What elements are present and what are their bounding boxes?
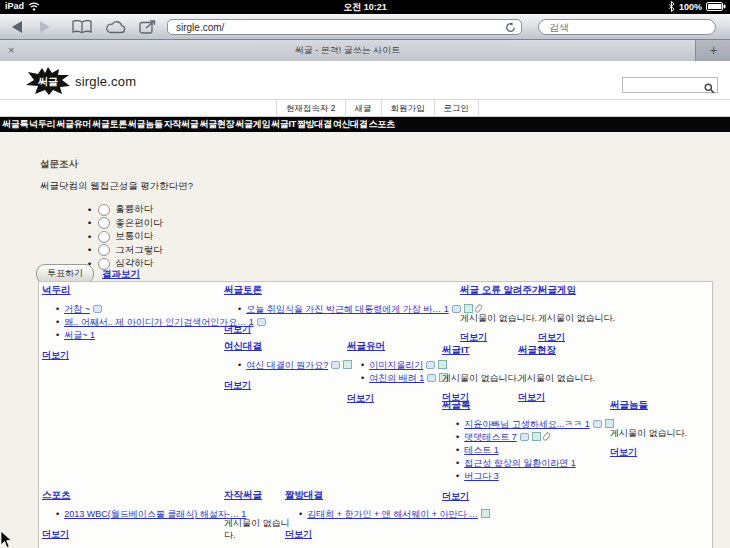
board-item: •2013 WBC(월드베이스볼 클래식) 해설자-… 1 bbox=[56, 508, 232, 521]
forward-button[interactable] bbox=[40, 18, 50, 35]
comment-icon bbox=[93, 305, 102, 313]
menu-item[interactable]: 써글게임 bbox=[235, 117, 270, 132]
post-link[interactable]: 여친의 배려 1 bbox=[369, 373, 424, 383]
search-icon[interactable] bbox=[704, 80, 715, 98]
comment-icon bbox=[520, 433, 529, 441]
browser-toolbar: sirgle.com/ bbox=[0, 14, 730, 40]
post-link[interactable]: 거참 ~ bbox=[64, 304, 90, 314]
post-link[interactable]: 김태희 + 한가인 + 앤 해서웨이 + 아만다 … bbox=[307, 509, 478, 519]
radio-button[interactable] bbox=[98, 244, 110, 256]
post-link[interactable]: 2013 WBC(월드베이스볼 클래식) 해설자-… 1 bbox=[64, 509, 246, 519]
board-item: •김태희 + 한가인 + 앤 해서웨이 + 아만다 … bbox=[299, 508, 475, 521]
utility-nav: 현재접속자 2새글회원가입로그인 bbox=[0, 100, 730, 117]
board-item: •테스트 1 bbox=[456, 444, 622, 457]
refresh-icon[interactable] bbox=[505, 22, 516, 38]
option-label: 그저그렇다 bbox=[115, 244, 163, 257]
list-bullet: • bbox=[56, 509, 59, 519]
nav-link[interactable]: 새글 bbox=[345, 100, 381, 116]
board-item: •써글~ 1 bbox=[56, 329, 232, 342]
board-title-link[interactable]: 써글톡 bbox=[442, 399, 471, 412]
address-bar[interactable]: sirgle.com/ bbox=[167, 19, 522, 35]
comment-icon bbox=[426, 361, 435, 369]
results-link[interactable]: 결과보기 bbox=[102, 268, 140, 281]
more-link[interactable]: 더보기 bbox=[610, 446, 637, 459]
radio-button[interactable] bbox=[98, 231, 110, 243]
board-title-link[interactable]: 스포츠 bbox=[42, 489, 71, 502]
board-title-link[interactable]: 써글토론 bbox=[224, 284, 262, 297]
post-link[interactable]: 버그다 3 bbox=[464, 471, 499, 481]
share-icon[interactable] bbox=[139, 18, 158, 35]
board-title-link[interactable]: 써글게임 bbox=[538, 284, 576, 297]
menu-item[interactable]: 짤방대결 bbox=[297, 117, 332, 132]
status-bar: iPad 오전 10:21 100% bbox=[0, 0, 730, 14]
board-item: •여신 대결이 뭔가요? bbox=[238, 359, 359, 372]
board-item: •오늘 취임식을 가진 박근혜 대통령에게 가장 바… 1 bbox=[238, 303, 466, 316]
more-link[interactable]: 더보기 bbox=[42, 528, 69, 541]
tab-sirgle[interactable]: × 써글 - 본격! 글쓰는 사이트 bbox=[0, 40, 696, 61]
back-button[interactable] bbox=[12, 18, 22, 35]
list-bullet: • bbox=[456, 432, 459, 442]
board-title-link[interactable]: 써글유머 bbox=[347, 340, 385, 353]
board-item: •버그다 3 bbox=[456, 470, 622, 483]
empty-board-text: 게시물이 없습니다. bbox=[518, 372, 608, 384]
board-widget: 넉두리•거참 ~•왜.. 어째서.. 제 아이디가 인기검색어인가요… 1•써글… bbox=[42, 284, 232, 362]
board-widget: 자작써글게시물이 없습니다.더보기 bbox=[224, 489, 294, 548]
menu-item[interactable]: 여신대결 bbox=[333, 117, 368, 132]
board-title-link[interactable]: 써글놈들 bbox=[610, 399, 648, 412]
comment-icon bbox=[331, 361, 340, 369]
radio-button[interactable] bbox=[98, 217, 110, 229]
menu-item[interactable]: 써글톡 bbox=[2, 117, 28, 132]
post-link[interactable]: 댓댓테스트 7 bbox=[464, 432, 517, 442]
board-title-link[interactable]: 써글현장 bbox=[518, 344, 556, 357]
board-item: •댓댓테스트 7 bbox=[456, 431, 622, 444]
logo-domain-text: sirgle.com bbox=[75, 74, 136, 89]
post-link[interactable]: 써글~ 1 bbox=[64, 330, 95, 340]
radio-button[interactable] bbox=[98, 204, 110, 216]
new-tab-button[interactable]: + bbox=[697, 40, 730, 61]
more-link[interactable]: 더보기 bbox=[285, 528, 312, 541]
nav-link[interactable]: 회원가입 bbox=[381, 100, 434, 116]
menu-item[interactable]: 써글현장 bbox=[199, 117, 234, 132]
survey-title: 설문조사 bbox=[40, 158, 78, 171]
nav-link[interactable]: 로그인 bbox=[434, 100, 480, 116]
board-title-link[interactable]: 여신대결 bbox=[224, 340, 262, 353]
menu-item[interactable]: 넉두리 bbox=[29, 117, 55, 132]
browser-search-input[interactable] bbox=[538, 19, 716, 35]
list-bullet: • bbox=[238, 360, 241, 370]
list-bullet: • bbox=[299, 509, 302, 519]
board-title-link[interactable]: 넉두리 bbox=[42, 284, 71, 297]
icloud-tabs-icon[interactable] bbox=[105, 18, 127, 35]
list-bullet: • bbox=[456, 445, 459, 455]
menu-item[interactable]: 써글IT bbox=[271, 117, 296, 132]
more-link[interactable]: 더보기 bbox=[460, 331, 487, 344]
survey-question: 써글닷컴의 웹접근성을 평가한다면? bbox=[40, 180, 193, 193]
board-title-link[interactable]: 써글 오류 알려주기 bbox=[460, 284, 541, 297]
list-bullet: • bbox=[456, 471, 459, 481]
post-link[interactable]: 이미지올리기 bbox=[369, 360, 423, 370]
more-link[interactable]: 더보기 bbox=[538, 331, 565, 344]
post-link[interactable]: 테스트 1 bbox=[464, 445, 499, 455]
menu-item[interactable]: 써글유머 bbox=[56, 117, 91, 132]
more-link[interactable]: 더보기 bbox=[224, 323, 251, 336]
board-title-link[interactable]: 써글IT bbox=[442, 344, 469, 357]
more-link[interactable]: 더보기 bbox=[42, 349, 69, 362]
post-link[interactable]: 여신 대결이 뭔가요? bbox=[246, 360, 328, 370]
comment-icon bbox=[593, 420, 602, 428]
menu-item[interactable]: 써글토론 bbox=[92, 117, 127, 132]
bookmarks-icon[interactable] bbox=[72, 18, 92, 35]
post-link[interactable]: 오늘 취임식을 가진 박근혜 대통령에게 가장 바… 1 bbox=[246, 304, 449, 314]
menu-item[interactable]: 써글놈들 bbox=[128, 117, 163, 132]
list-bullet: • bbox=[56, 304, 59, 314]
list-bullet: • bbox=[238, 304, 241, 314]
clock: 오전 10:21 bbox=[0, 1, 730, 14]
post-link[interactable]: 지윤아빠님 고생하세요...ㅋㅋ 1 bbox=[464, 419, 590, 429]
menu-item[interactable]: 스포츠 bbox=[369, 117, 395, 132]
more-link[interactable]: 더보기 bbox=[347, 392, 374, 405]
post-link[interactable]: 접근성 향상의 일환이라면 1 bbox=[464, 458, 576, 468]
site-logo[interactable]: 써글 sirgle.com bbox=[26, 67, 136, 95]
list-bullet: • bbox=[361, 373, 364, 383]
menu-item[interactable]: 자작써글 bbox=[164, 117, 199, 132]
board-title-link[interactable]: 자작써글 bbox=[224, 489, 262, 502]
more-link[interactable]: 더보기 bbox=[224, 379, 251, 392]
board-title-link[interactable]: 짤방대결 bbox=[285, 489, 323, 502]
